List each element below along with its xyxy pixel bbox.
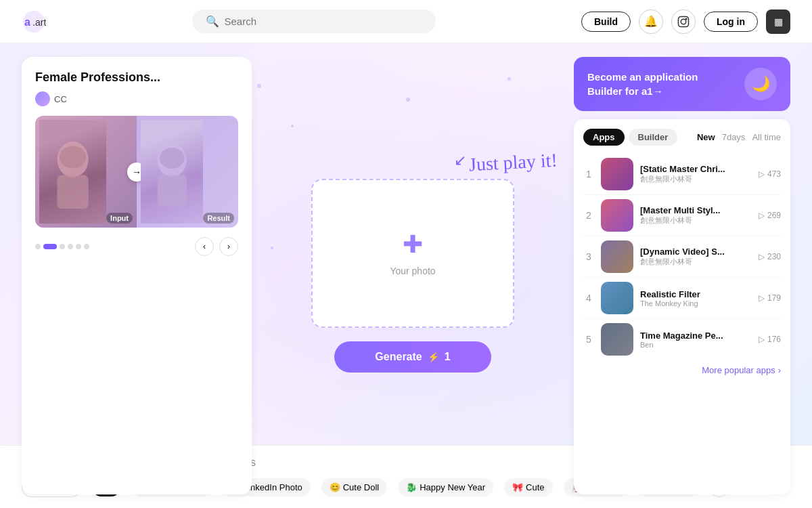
input-image: Input bbox=[35, 116, 137, 228]
time-7days[interactable]: 7days bbox=[722, 132, 746, 142]
bolt-icon: ⚡ bbox=[428, 352, 439, 362]
svg-text:a: a bbox=[24, 16, 30, 28]
svg-rect-8 bbox=[57, 175, 88, 209]
nav-arrows: ‹ › bbox=[195, 237, 238, 256]
play-icon-5: ▷ bbox=[759, 335, 765, 344]
generate-cost: 1 bbox=[445, 351, 451, 363]
list-item: 2 [Master Multi Styl... 創意無限小林哥 ▷ 269 bbox=[583, 195, 781, 236]
become-text-line1: Become an application bbox=[587, 70, 698, 84]
app-creator-5: Ben bbox=[640, 341, 752, 349]
app-thumb-4 bbox=[601, 282, 633, 314]
svg-point-9 bbox=[60, 146, 87, 169]
more-apps-label: More popular apps bbox=[702, 365, 775, 375]
more-apps-chevron: › bbox=[778, 365, 781, 375]
app-views-5: ▷ 176 bbox=[759, 335, 781, 344]
right-panel: Become an application Builder for a1→ 🌙 … bbox=[574, 57, 790, 494]
app-name-5: Time Magazine Pe... bbox=[640, 331, 752, 341]
generate-button[interactable]: Generate ⚡ 1 bbox=[334, 341, 491, 373]
upload-box[interactable]: ✚ Your photo bbox=[311, 179, 514, 328]
svg-point-12 bbox=[160, 148, 185, 169]
dot-2 bbox=[43, 244, 57, 249]
author-avatar bbox=[35, 91, 50, 106]
more-apps-link[interactable]: More popular apps › bbox=[583, 360, 781, 375]
slideshow-nav: ‹ › bbox=[35, 237, 238, 256]
header-right: Build 🔔 Log in ▦ bbox=[581, 9, 790, 34]
header: a . art 🔍 Build 🔔 Log in ▦ bbox=[0, 0, 812, 43]
upload-plus-icon: ✚ bbox=[403, 230, 423, 259]
app-thumb-2 bbox=[601, 199, 633, 232]
app-info-3: [Dynamic Video] S... 創意無限小林哥 bbox=[640, 247, 752, 267]
svg-rect-11 bbox=[158, 175, 187, 206]
become-text-line2: Builder for a1→ bbox=[587, 84, 698, 98]
result-label: Result bbox=[203, 213, 234, 224]
app-info-1: [Static Master Chri... 創意無限小林哥 bbox=[640, 164, 752, 184]
logo-icon: a . art bbox=[22, 9, 46, 34]
avatar[interactable]: ▦ bbox=[766, 9, 790, 34]
app-title: Female Professions... bbox=[35, 70, 238, 85]
apps-panel: Apps Builder New 7days All time 1 [Stati… bbox=[574, 119, 790, 494]
instagram-icon[interactable] bbox=[671, 9, 696, 34]
app-name-2: [Master Multi Styl... bbox=[640, 205, 752, 215]
play-icon-3: ▷ bbox=[759, 252, 765, 261]
time-alltime[interactable]: All time bbox=[752, 132, 781, 142]
search-input[interactable] bbox=[225, 16, 422, 27]
apps-header: Apps Builder New 7days All time bbox=[583, 129, 781, 146]
arrow-decoration: ↙ bbox=[454, 152, 466, 169]
svg-text:art: art bbox=[35, 17, 46, 28]
rank-1: 1 bbox=[583, 169, 594, 179]
time-new[interactable]: New bbox=[697, 132, 715, 142]
next-arrow[interactable]: › bbox=[219, 237, 238, 256]
tab-apps[interactable]: Apps bbox=[583, 129, 625, 146]
prev-arrow[interactable]: ‹ bbox=[195, 237, 214, 256]
author-name: CC bbox=[54, 94, 67, 104]
svg-rect-4 bbox=[679, 16, 689, 26]
generate-label: Generate bbox=[375, 351, 422, 363]
app-info-2: [Master Multi Styl... 創意無限小林哥 bbox=[640, 205, 752, 226]
app-views-2: ▷ 269 bbox=[759, 211, 781, 220]
main-content: Female Professions... CC Input → bbox=[0, 43, 812, 508]
play-icon-1: ▷ bbox=[759, 169, 765, 179]
app-creator-2: 創意無限小林哥 bbox=[640, 215, 752, 226]
view-count-5: 176 bbox=[767, 335, 781, 344]
search-bar[interactable]: 🔍 bbox=[192, 9, 436, 33]
notification-icon[interactable]: 🔔 bbox=[639, 9, 663, 34]
list-item: 5 Time Magazine Pe... Ben ▷ 176 bbox=[583, 319, 781, 360]
app-author: CC bbox=[35, 91, 238, 106]
svg-point-6 bbox=[685, 18, 687, 20]
app-views-3: ▷ 230 bbox=[759, 252, 781, 261]
play-icon-4: ▷ bbox=[759, 293, 765, 303]
app-card: Female Professions... CC Input → bbox=[22, 57, 252, 494]
build-button[interactable]: Build bbox=[581, 12, 631, 32]
time-filter: New 7days All time bbox=[697, 132, 781, 142]
logo[interactable]: a . art bbox=[22, 9, 46, 34]
list-item: 1 [Static Master Chri... 創意無限小林哥 ▷ 473 bbox=[583, 154, 781, 195]
result-image: Result bbox=[137, 116, 238, 228]
app-thumb-3 bbox=[601, 240, 633, 273]
app-info-4: Realistic Filter The Monkey King bbox=[640, 289, 752, 308]
upload-label: Your photo bbox=[390, 266, 435, 276]
rank-2: 2 bbox=[583, 210, 594, 221]
play-icon-2: ▷ bbox=[759, 211, 765, 220]
view-count-1: 473 bbox=[767, 169, 781, 179]
app-creator-4: The Monkey King bbox=[640, 299, 752, 308]
view-count-3: 230 bbox=[767, 252, 781, 261]
view-count-4: 179 bbox=[767, 293, 781, 303]
app-name-1: [Static Master Chri... bbox=[640, 164, 752, 174]
just-play-text: Just play it! bbox=[469, 150, 558, 176]
login-button[interactable]: Log in bbox=[704, 12, 758, 32]
dot-3 bbox=[60, 244, 65, 249]
become-icon: 🌙 bbox=[744, 68, 777, 100]
search-icon: 🔍 bbox=[206, 15, 219, 28]
rank-4: 4 bbox=[583, 293, 594, 303]
tab-builder[interactable]: Builder bbox=[629, 129, 678, 146]
apps-tabs: Apps Builder bbox=[583, 129, 677, 146]
app-creator-3: 創意無限小林哥 bbox=[640, 257, 752, 267]
app-thumb-5 bbox=[601, 323, 633, 356]
dot-1 bbox=[35, 244, 41, 249]
dot-5 bbox=[76, 244, 81, 249]
svg-point-5 bbox=[681, 19, 686, 24]
app-views-4: ▷ 179 bbox=[759, 293, 781, 303]
become-banner[interactable]: Become an application Builder for a1→ 🌙 bbox=[574, 57, 790, 111]
center-panel: ↙ Just play it! ✚ Your photo Generate ⚡ … bbox=[268, 57, 558, 494]
app-list: 1 [Static Master Chri... 創意無限小林哥 ▷ 473 2 bbox=[583, 154, 781, 360]
